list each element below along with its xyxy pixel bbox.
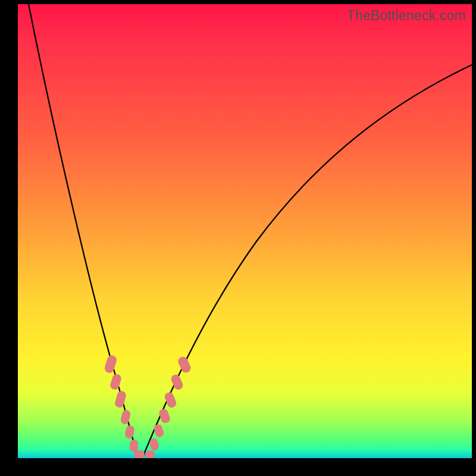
- plot-area: TheBottleneck.com: [18, 4, 472, 458]
- bead-cluster: [104, 354, 192, 458]
- bead: [109, 373, 123, 390]
- bead: [124, 425, 135, 439]
- bead: [177, 355, 193, 374]
- bottleneck-curve: [18, 4, 472, 458]
- bead: [114, 390, 127, 409]
- chart-frame: TheBottleneck.com: [0, 0, 476, 476]
- bead: [145, 450, 155, 458]
- bead: [104, 354, 118, 374]
- bead: [120, 409, 131, 425]
- bead: [134, 450, 145, 458]
- bead: [153, 423, 165, 438]
- bead: [129, 439, 139, 452]
- bead: [164, 391, 178, 409]
- curve-left-branch: [29, 4, 137, 454]
- curve-right-branch: [144, 65, 472, 454]
- bead: [158, 408, 171, 424]
